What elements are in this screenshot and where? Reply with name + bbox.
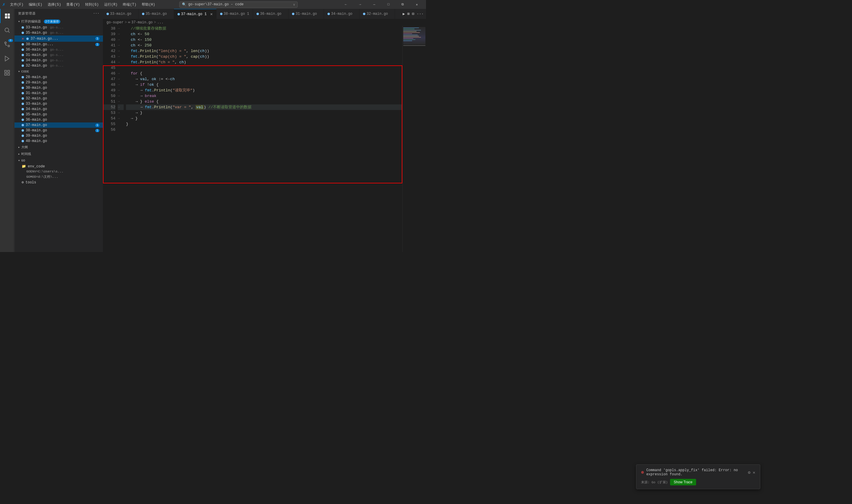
go-section-title[interactable]: ▾ GO	[15, 157, 103, 164]
open-file-37-active[interactable]: ✕ 37-main.go... 1	[15, 36, 103, 42]
open-editors-section[interactable]: ▾ 打开的编辑器 2个未保存	[15, 18, 103, 25]
sidebar-title: 资源管理器	[18, 11, 36, 16]
more-actions-button[interactable]: ···	[417, 12, 424, 16]
code-file-40[interactable]: 40-main.go	[15, 139, 103, 144]
close-button[interactable]: ✕	[410, 0, 424, 9]
tab-32[interactable]: 32-main.go	[359, 9, 395, 19]
open-file-35[interactable]: 35-main.go go-s...	[15, 30, 103, 36]
code-file-28[interactable]: 28-main.go	[15, 74, 103, 80]
menu-goto[interactable]: 转到(G)	[83, 1, 101, 8]
go-mod-path[interactable]: GOMOD=d:\文档\...	[15, 174, 103, 180]
search-bar[interactable]: 🔍 go-super\37-main.go - code ∨	[179, 1, 297, 8]
chevron-right-icon: ▸	[18, 145, 20, 149]
code-file-31[interactable]: 31-main.go	[15, 90, 103, 96]
tab-34[interactable]: 34-main.go	[324, 9, 359, 19]
code-line-38: //继续批量存储数据	[126, 26, 402, 31]
svg-rect-10	[7, 70, 9, 72]
menu-help[interactable]: 帮助(H)	[139, 1, 158, 8]
code-file-32[interactable]: 32-main.go	[15, 96, 103, 101]
tab-35[interactable]: 35-main.go	[139, 9, 174, 19]
open-file-31[interactable]: 31-main.go go-s...	[15, 52, 103, 58]
split-editor-button[interactable]: ⊞	[407, 12, 410, 16]
open-file-32[interactable]: 32-main.go go-s...	[15, 63, 103, 68]
folder-icon: 📁	[22, 164, 26, 168]
layout-button[interactable]: ⊟	[412, 12, 415, 16]
tab-38[interactable]: 38-main.go 1	[217, 9, 253, 19]
editor-scroll[interactable]: 38 39 40 41 42 43 44 45 46 47 48 49 50 5…	[103, 26, 402, 252]
tab-36[interactable]: 36-main.go	[253, 9, 288, 19]
code-section-title[interactable]: ▾ CODE	[15, 68, 103, 74]
search-icon: 🔍	[182, 2, 186, 7]
breadcrumb-root[interactable]: go-super	[107, 20, 124, 24]
folder-icon: ⚙	[22, 180, 24, 184]
file-name: 31-main.go	[26, 53, 47, 57]
code-file-34[interactable]: 34-main.go	[15, 107, 103, 112]
close-icon[interactable]: ✕	[22, 36, 24, 41]
code-content[interactable]: //继续批量存储数据 ch <- 50 ch <- 150 ch <- 250 …	[124, 26, 402, 252]
open-file-38[interactable]: 38-main.go... 1	[15, 42, 103, 47]
svg-rect-12	[4, 73, 6, 75]
code-editor[interactable]: 38 39 40 41 42 43 44 45 46 47 48 49 50 5…	[103, 26, 426, 252]
code-file-38[interactable]: 38-main.go 1	[15, 128, 103, 133]
source-control-icon[interactable]: 3	[0, 37, 14, 52]
open-file-34[interactable]: 34-main.go go-s...	[15, 58, 103, 63]
minimize-button[interactable]: —	[367, 0, 381, 9]
app-icon: ✗	[2, 1, 5, 7]
explorer-icon[interactable]	[0, 9, 14, 23]
code-file-35[interactable]: 35-main.go	[15, 112, 103, 117]
maximize-button[interactable]: □	[382, 0, 395, 9]
breadcrumb-more[interactable]: ...	[157, 20, 164, 24]
menu-terminal[interactable]: 终端(T)	[121, 1, 139, 8]
code-file-36[interactable]: 36-main.go	[15, 117, 103, 123]
menu-view[interactable]: 查看(V)	[64, 1, 82, 8]
tab-37-active[interactable]: 37-main.go 1 ✕	[174, 9, 217, 19]
error-badge-38: 1	[95, 129, 99, 132]
debug-icon[interactable]	[0, 52, 14, 66]
breadcrumb-file[interactable]: 37-main.go	[131, 20, 153, 24]
file-dot-icon	[26, 38, 29, 40]
unsaved-badge: 2个未保存	[44, 19, 60, 24]
code-file-30[interactable]: 30-main.go	[15, 85, 103, 90]
open-file-33[interactable]: 33-main.go go-s...	[15, 25, 103, 30]
nav-forward[interactable]: →	[353, 0, 367, 9]
error-badge: 1	[95, 37, 99, 40]
menu-select[interactable]: 选择(S)	[45, 1, 64, 8]
code-file-29[interactable]: 29-main.go	[15, 80, 103, 85]
go-env-path[interactable]: GOENV=C:\Users\s...	[15, 169, 103, 174]
code-line-42: fmt.Println("len(ch) = ", len(ch))	[126, 48, 402, 54]
file-dot-icon	[22, 129, 24, 132]
go-env-folder[interactable]: 📁 env_code	[15, 164, 103, 169]
menu-run[interactable]: 运行(R)	[102, 1, 120, 8]
tab-dot-icon	[327, 13, 330, 15]
tab-label: 36-main.go	[260, 12, 281, 16]
menu-edit[interactable]: 编辑(E)	[26, 1, 45, 8]
svg-rect-11	[7, 73, 9, 75]
code-file-39[interactable]: 39-main.go	[15, 133, 103, 139]
timeline-section[interactable]: ▸ 时间线	[15, 150, 103, 157]
sidebar-more[interactable]: ···	[93, 12, 99, 16]
line-numbers: 38 39 40 41 42 43 44 45 46 47 48 49 50 5…	[103, 26, 118, 252]
split-button[interactable]: ⧉	[396, 0, 410, 9]
nav-back[interactable]: ←	[339, 0, 352, 9]
tab-dot-icon	[363, 13, 365, 15]
code-line-55: }	[126, 121, 402, 127]
search-icon[interactable]	[0, 23, 14, 37]
outline-section[interactable]: ▸ 大纲	[15, 144, 103, 150]
run-button[interactable]: ▶	[403, 12, 405, 16]
code-file-33[interactable]: 33-main.go	[15, 101, 103, 107]
svg-point-4	[5, 28, 8, 32]
chevron-down-icon: ▾	[18, 19, 20, 23]
extensions-icon[interactable]	[0, 66, 14, 80]
code-file-37-active[interactable]: 37-main.go 1	[15, 123, 103, 128]
open-file-36[interactable]: 36-main.go go-s...	[15, 47, 103, 52]
file-dot-icon	[22, 49, 24, 51]
file-dot-icon	[22, 81, 24, 84]
svg-rect-9	[4, 70, 6, 72]
close-tab-icon[interactable]: ✕	[210, 12, 213, 17]
go-tools-folder[interactable]: ⚙ tools	[15, 180, 103, 185]
menu-file[interactable]: 文件(F)	[8, 1, 26, 8]
chevron-right-icon: ▸	[18, 152, 20, 156]
tab-33[interactable]: 33-main.go	[103, 9, 139, 19]
chevron-down-icon: ▾	[18, 70, 20, 73]
tab-31[interactable]: 31-main.go	[288, 9, 324, 19]
